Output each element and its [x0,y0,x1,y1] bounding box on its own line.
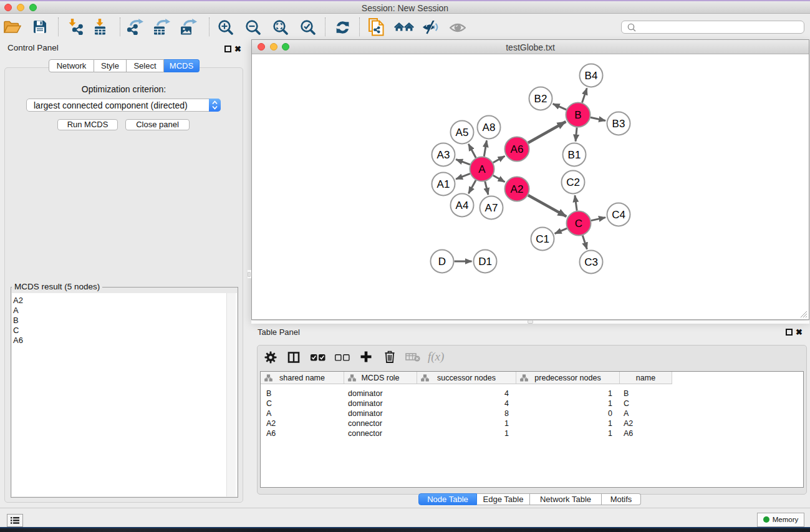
svg-text:A5: A5 [456,127,469,138]
svg-text:A: A [478,163,486,175]
svg-text:A2: A2 [511,183,524,195]
svg-text:B: B [574,109,581,121]
svg-text:C4: C4 [612,209,625,221]
svg-text:B3: B3 [612,118,625,130]
svg-text:B1: B1 [568,149,581,161]
svg-text:D1: D1 [478,256,492,268]
svg-text:A6: A6 [511,143,524,155]
svg-text:A3: A3 [437,149,450,161]
svg-text:C3: C3 [584,256,598,268]
svg-text:C1: C1 [536,233,549,245]
svg-text:A1: A1 [437,178,450,190]
svg-text:C2: C2 [566,177,580,188]
svg-text:B4: B4 [585,70,598,82]
svg-text:A7: A7 [485,202,498,214]
svg-text:A8: A8 [483,122,496,133]
svg-text:A4: A4 [456,200,469,211]
svg-text:C: C [575,218,582,230]
svg-text:D: D [438,256,446,268]
svg-text:B2: B2 [534,93,547,105]
